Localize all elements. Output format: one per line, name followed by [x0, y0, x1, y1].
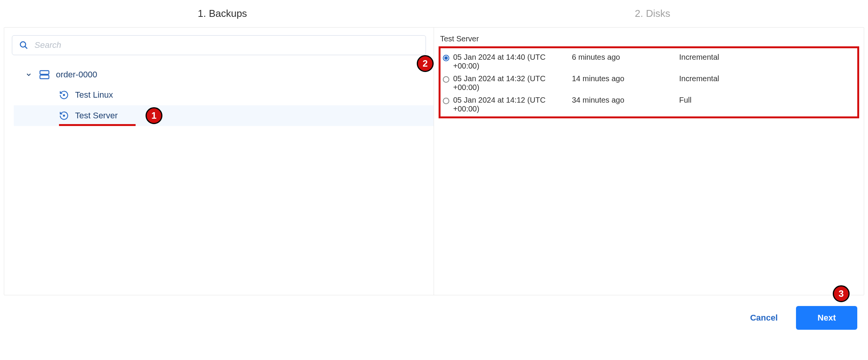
radio-button[interactable]	[443, 76, 449, 83]
wizard-wrapper: 1. Backups 2. Disks	[4, 4, 864, 334]
right-panel: Test Server 2 05 Jan 2024 at 14:40 (UTC …	[434, 28, 864, 295]
radio-button[interactable]	[443, 98, 449, 104]
next-button[interactable]: Next	[796, 306, 857, 330]
annotation-underline	[59, 124, 136, 126]
search-box[interactable]	[12, 35, 426, 55]
tree-children: Test Linux Test Server 1	[25, 85, 428, 126]
annotation-badge-2: 2	[417, 55, 434, 72]
search-icon	[19, 41, 28, 50]
backup-type: Incremental	[679, 74, 719, 83]
svg-point-7	[63, 115, 64, 116]
steps-header: 1. Backups 2. Disks	[4, 4, 864, 27]
main-content: order-0000 Test Linux	[4, 27, 864, 295]
tree-leaf-label: Test Server	[75, 111, 118, 121]
search-input[interactable]	[34, 40, 419, 50]
server-icon	[39, 69, 50, 80]
annotation-badge-1: 1	[146, 107, 162, 124]
left-panel: order-0000 Test Linux	[4, 28, 434, 295]
backup-age: 14 minutes ago	[572, 74, 679, 83]
svg-line-1	[25, 46, 27, 49]
step-disks[interactable]: 2. Disks	[635, 8, 670, 20]
backup-date: 05 Jan 2024 at 14:40 (UTC +00:00)	[453, 53, 572, 70]
backup-age: 6 minutes ago	[572, 53, 679, 62]
footer: 3 Cancel Next	[4, 295, 864, 334]
tree-leaf-label: Test Linux	[75, 90, 113, 100]
radio-button[interactable]	[443, 55, 449, 61]
tree-leaf-server[interactable]: Test Server 1	[14, 105, 434, 126]
backup-age: 34 minutes ago	[572, 96, 679, 105]
backup-type: Incremental	[679, 53, 719, 62]
chevron-down-icon	[25, 71, 32, 78]
backup-date: 05 Jan 2024 at 14:32 (UTC +00:00)	[453, 74, 572, 92]
backup-row[interactable]: 05 Jan 2024 at 14:40 (UTC +00:00) 6 minu…	[443, 53, 853, 70]
backup-type: Full	[679, 96, 691, 105]
svg-rect-3	[40, 75, 49, 79]
tree-node-order[interactable]: order-0000	[25, 65, 428, 85]
step-backups[interactable]: 1. Backups	[198, 8, 247, 20]
svg-point-0	[20, 42, 26, 47]
restore-icon	[59, 111, 69, 121]
backup-date: 05 Jan 2024 at 14:12 (UTC +00:00)	[453, 96, 572, 113]
backup-list: 2 05 Jan 2024 at 14:40 (UTC +00:00) 6 mi…	[439, 46, 859, 118]
backup-row[interactable]: 05 Jan 2024 at 14:12 (UTC +00:00) 34 min…	[443, 96, 853, 113]
cancel-button[interactable]: Cancel	[750, 313, 778, 323]
backup-tree: order-0000 Test Linux	[10, 65, 428, 126]
tree-leaf-linux[interactable]: Test Linux	[59, 85, 428, 105]
annotation-badge-3: 3	[833, 285, 850, 302]
svg-rect-2	[40, 71, 49, 74]
backup-row[interactable]: 05 Jan 2024 at 14:32 (UTC +00:00) 14 min…	[443, 74, 853, 92]
svg-point-6	[63, 94, 64, 95]
restore-icon	[59, 90, 69, 100]
panel-title: Test Server	[439, 34, 859, 43]
tree-node-label: order-0000	[56, 70, 97, 80]
